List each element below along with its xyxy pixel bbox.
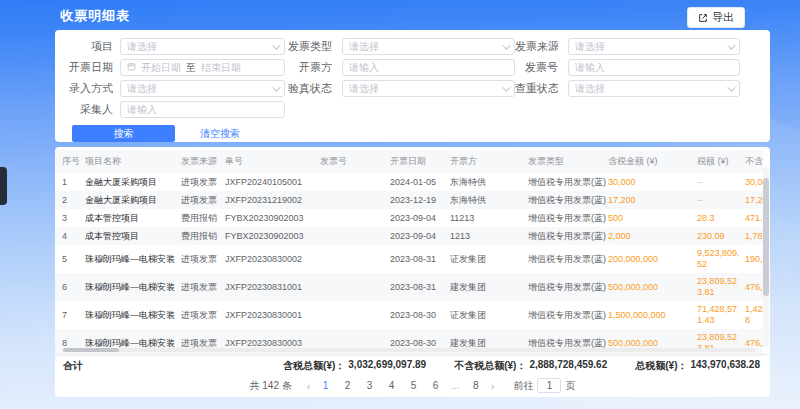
invoice-type-placeholder: 请选择 (349, 40, 502, 54)
cell-date: 2023-12-19 (390, 192, 450, 209)
verify-status-select[interactable]: 请选择 (342, 80, 515, 97)
export-button[interactable]: 导出 (687, 7, 745, 28)
cell-tax: 28.3 (697, 210, 745, 227)
dup-status-select[interactable]: 请选择 (568, 80, 740, 97)
vertical-scrollbar-thumb[interactable] (763, 178, 769, 296)
table-row: 4成本管控项目费用报销FYBX202309020032023-09-041213… (55, 227, 763, 245)
entry-method-label: 录入方式 (60, 81, 113, 96)
project-select[interactable]: 请选择 (120, 38, 285, 55)
pagination: 共 142 条 ‹ 123456...8 › 前往 页 (55, 378, 770, 393)
page-number-5[interactable]: 5 (407, 380, 419, 391)
table-row: 7珠穆朗玛峰—电梯安装进项发票JXFP202308300012023-08-30… (55, 301, 763, 329)
cell-order_no: JXFP20230831001 (225, 279, 320, 296)
cell-project: 金融大厦采购项目 (85, 174, 181, 191)
next-page-button[interactable]: › (489, 380, 497, 392)
table-panel: 序号项目名称发票来源单号发票号开票日期开票方发票类型含税金额 (¥)税额 (¥)… (55, 147, 770, 397)
page-number-list: 123456...8 (319, 380, 481, 391)
column-header-invoice_no: 发票号 (320, 150, 390, 173)
table-body: 1金融大厦采购项目进项发票JXFP202401050012024-01-05东海… (55, 173, 763, 357)
column-header-type: 发票类型 (528, 150, 608, 173)
horizontal-scrollbar-thumb[interactable] (63, 348, 119, 352)
horizontal-scrollbar[interactable] (62, 348, 756, 352)
issuer-placeholder: 请输入 (349, 61, 508, 75)
invoice-source-placeholder: 请选择 (575, 40, 727, 54)
filter-actions: 搜索 清空搜索 (60, 125, 770, 142)
cell-tax: -- (697, 192, 745, 209)
cell-type: 增值税专用发票(蓝) (528, 251, 608, 268)
drawer-handle[interactable] (0, 167, 7, 205)
cell-project: 珠穆朗玛峰—电梯安装 (85, 251, 181, 268)
page-number-1[interactable]: 1 (319, 380, 331, 391)
cell-source: 进项发票 (181, 307, 225, 324)
cell-amount: 1,500,000,000 (608, 307, 697, 324)
cell-source: 费用报销 (181, 228, 225, 245)
cell-tax: 9,523,809.52 (697, 245, 745, 273)
invoice-date-range-picker[interactable]: 开始日期 至 结束日期 (120, 59, 285, 76)
cell-net: 471.7 (745, 210, 763, 227)
goto-unit: 页 (565, 379, 575, 393)
cell-issuer: 1213 (450, 228, 528, 245)
summary-without-tax: 不含税总额(¥)： 2,888,728,459.62 (454, 359, 607, 373)
summary-total-tax-value: 143,970,638.28 (690, 359, 760, 373)
issuer-input[interactable]: 请输入 (342, 59, 515, 76)
table-row: 3成本管控项目费用报销FYBX202309020032023-09-041121… (55, 209, 763, 227)
table-header-row: 序号项目名称发票来源单号发票号开票日期开票方发票类型含税金额 (¥)税额 (¥)… (55, 150, 763, 173)
collector-input[interactable]: 请输入 (120, 101, 285, 118)
cell-invoice_no (320, 197, 390, 203)
column-header-amount: 含税金额 (¥) (608, 150, 697, 173)
cell-amount: 30,000 (608, 174, 697, 191)
chevron-down-icon (272, 41, 280, 49)
cell-type: 增值税专用发票(蓝) (528, 210, 608, 227)
goto-label: 前往 (513, 379, 533, 393)
cell-issuer: 东海特供 (450, 174, 528, 191)
cell-type: 增值税专用发票(蓝) (528, 192, 608, 209)
table-row: 6珠穆朗玛峰—电梯安装进项发票JXFP202308310012023-08-31… (55, 273, 763, 301)
goto-page: 前往 页 (513, 378, 575, 393)
cell-issuer: 东海特供 (450, 192, 528, 209)
cell-date: 2024-01-05 (390, 174, 450, 191)
cell-no: 3 (62, 210, 85, 227)
column-header-issuer: 开票方 (450, 150, 528, 173)
cell-order_no: FYBX20230902003 (225, 210, 320, 227)
cell-no: 5 (62, 251, 85, 268)
cell-type: 增值税专用发票(蓝) (528, 307, 608, 324)
summary-total-tax: 总税额(¥)： 143,970,638.28 (635, 359, 760, 373)
start-date-placeholder: 开始日期 (141, 61, 181, 75)
page-number-6[interactable]: 6 (429, 380, 441, 391)
cell-issuer: 证发集团 (450, 251, 528, 268)
verify-status-placeholder: 请选择 (349, 82, 502, 96)
invoice-type-select[interactable]: 请选择 (342, 38, 515, 55)
calendar-icon (127, 62, 136, 73)
cell-project: 珠穆朗玛峰—电梯安装 (85, 307, 181, 324)
chevron-down-icon (502, 41, 510, 49)
cell-source: 进项发票 (181, 192, 225, 209)
clear-search-link[interactable]: 清空搜索 (200, 127, 240, 141)
cell-invoice_no (320, 233, 390, 239)
entry-method-select[interactable]: 请选择 (120, 80, 285, 97)
invoice-no-input[interactable]: 请输入 (568, 59, 740, 76)
cell-date: 2023-09-04 (390, 210, 450, 227)
cell-order_no: JXFP20240105001 (225, 174, 320, 191)
search-button[interactable]: 搜索 (72, 125, 175, 142)
vertical-scrollbar[interactable] (763, 167, 769, 347)
page-number-4[interactable]: 4 (385, 380, 397, 391)
cell-amount: 200,000,000 (608, 251, 697, 268)
page-number-2[interactable]: 2 (341, 380, 353, 391)
cell-invoice_no (320, 179, 390, 185)
filter-row-3: 录入方式 请选择 验真状态 请选择 查重状态 请选择 (60, 78, 770, 99)
column-header-tax: 税额 (¥) (697, 150, 745, 173)
summary-row: 合计 含税总额(¥)： 3,032,699,097.89 不含税总额(¥)： 2… (55, 354, 770, 377)
cell-amount: 500 (608, 210, 697, 227)
cell-project: 金融大厦采购项目 (85, 192, 181, 209)
column-header-net: 不含税金额 (¥) (745, 150, 763, 173)
invoice-source-select[interactable]: 请选择 (568, 38, 740, 55)
prev-page-button[interactable]: ‹ (305, 380, 313, 392)
issuer-label: 开票方 (285, 60, 332, 75)
cell-amount: 500,000,000 (608, 279, 697, 296)
goto-page-input[interactable] (537, 378, 561, 393)
table-row: 8珠穆朗玛峰—电梯安装进项发票JXFP202308300032023-08-30… (55, 329, 763, 357)
page-number-3[interactable]: 3 (363, 380, 375, 391)
cell-source: 进项发票 (181, 174, 225, 191)
page-number-8[interactable]: 8 (470, 380, 482, 391)
cell-net: 1,428,571,428 (745, 301, 763, 329)
